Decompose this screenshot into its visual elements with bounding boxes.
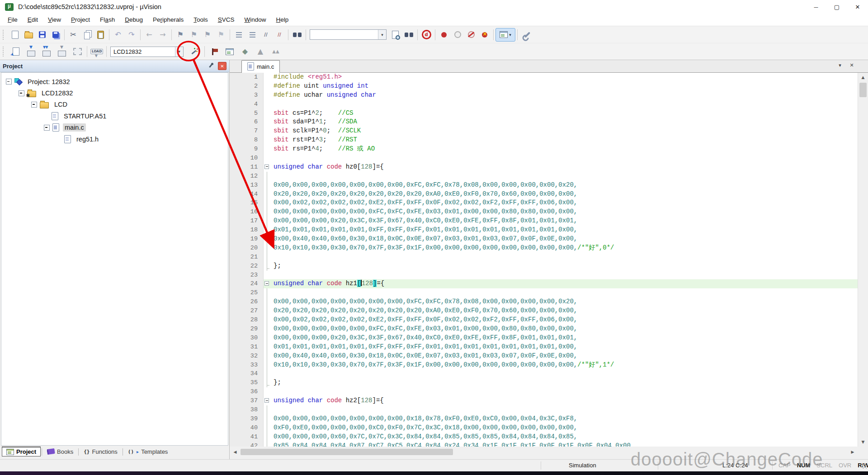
code-line[interactable]: 25 <box>230 288 858 297</box>
code-line[interactable]: 290x00,0x00,0x00,0x00,0x00,0xFC,0xFC,0xF… <box>230 325 858 334</box>
undo-button[interactable]: ↶ <box>111 28 125 42</box>
code-line[interactable]: 420x85,0x84,0x84,0x84,0x87,0xC7,0xC5,0xC… <box>230 442 858 447</box>
fold-margin[interactable] <box>264 325 271 334</box>
fold-margin[interactable] <box>264 315 271 325</box>
code-line[interactable]: 38 <box>230 405 858 414</box>
code-line[interactable]: 9sbit rs=P1^4; //RS 或 AO <box>230 145 858 154</box>
fold-margin[interactable] <box>264 207 271 216</box>
fold-margin[interactable] <box>264 369 271 378</box>
fold-margin[interactable] <box>264 288 271 297</box>
batch-build-button[interactable] <box>54 45 70 58</box>
debug-session-button[interactable]: d <box>420 28 433 42</box>
code-line[interactable]: 10 <box>230 154 858 163</box>
code-line[interactable]: 130x00,0x00,0x00,0x00,0x00,0x00,0x00,0xF… <box>230 181 858 190</box>
fold-margin[interactable] <box>264 253 271 262</box>
expander-minus-icon[interactable] <box>19 90 24 96</box>
fold-margin[interactable] <box>264 154 271 163</box>
fold-margin[interactable] <box>264 118 271 127</box>
fold-margin[interactable] <box>264 145 271 154</box>
fold-margin[interactable] <box>264 279 271 288</box>
code-line[interactable]: 22}; <box>230 262 858 271</box>
menu-item-file[interactable]: File <box>3 15 23 24</box>
double-arrow-up-button[interactable]: ▲▲ <box>268 45 283 58</box>
code-line[interactable]: 2#define uint unsigned int <box>230 82 858 91</box>
stop-build-button[interactable] <box>70 45 85 58</box>
code-line[interactable]: 180x01,0x01,0x01,0x01,0x01,0xFF,0xFF,0xF… <box>230 226 858 235</box>
fold-margin[interactable] <box>264 235 271 244</box>
fold-margin[interactable] <box>264 334 271 343</box>
fold-margin[interactable] <box>264 414 271 423</box>
code-line[interactable]: 410x00,0x00,0x00,0x60,0x7C,0x7C,0x3C,0x8… <box>230 433 858 442</box>
code-line[interactable]: 200x10,0x10,0x30,0x30,0x70,0x7F,0x3F,0x1… <box>230 244 858 253</box>
tree-item-lcd[interactable]: LCD <box>1 99 228 110</box>
menu-item-debug[interactable]: Debug <box>120 15 148 24</box>
fold-margin[interactable] <box>264 396 271 405</box>
code-line[interactable]: 400xF0,0xE0,0x00,0x00,0x00,0xC0,0xF0,0x7… <box>230 423 858 433</box>
code-line[interactable]: 260x00,0x00,0x00,0x00,0x00,0x00,0x00,0xF… <box>230 297 858 306</box>
cut-button[interactable]: ✂ <box>66 28 80 42</box>
options-for-target-button[interactable] <box>187 45 203 58</box>
nav-forward-button[interactable]: → <box>156 28 170 42</box>
horizontal-scroll-thumb[interactable] <box>241 449 453 455</box>
code-view[interactable]: 1#include <reg51.h>2#define uint unsigne… <box>230 73 858 447</box>
chevron-down-icon[interactable] <box>175 47 183 56</box>
menu-item-edit[interactable]: Edit <box>23 15 43 24</box>
fold-margin[interactable] <box>264 433 271 442</box>
menu-item-tools[interactable]: Tools <box>189 15 213 24</box>
vertical-scroll-thumb[interactable] <box>859 83 867 97</box>
fold-margin[interactable] <box>264 271 271 280</box>
breakpoint-enable-button[interactable] <box>451 28 464 42</box>
fold-margin[interactable] <box>264 297 271 306</box>
fold-margin[interactable] <box>264 216 271 226</box>
maximize-icon[interactable] <box>826 0 847 14</box>
menu-item-peripherals[interactable]: Peripherals <box>148 15 189 24</box>
find-combo[interactable] <box>310 29 387 40</box>
scroll-up-icon[interactable] <box>858 73 868 82</box>
code-line[interactable]: 6sbit sda=P1^1; //SDA <box>230 118 858 127</box>
fold-margin[interactable] <box>264 405 271 414</box>
outdent-button[interactable] <box>245 28 259 42</box>
find-button[interactable] <box>388 28 402 42</box>
code-line[interactable]: 8sbit rst=P1^3; //RST <box>230 136 858 145</box>
fold-margin[interactable] <box>264 127 271 136</box>
scroll-right-icon[interactable] <box>848 447 857 456</box>
code-line[interactable]: 24unsigned char code hz1[128]={ <box>230 279 858 288</box>
expander-minus-icon[interactable] <box>31 102 37 108</box>
breakpoint-disable-all-button[interactable] <box>464 28 478 42</box>
scroll-down-icon[interactable] <box>858 437 868 447</box>
code-line[interactable]: 140x20,0x20,0x20,0x20,0x20,0x20,0x20,0x2… <box>230 190 858 199</box>
fold-margin[interactable] <box>264 442 271 447</box>
fold-margin[interactable] <box>264 73 271 82</box>
toolbar-drag-handle[interactable] <box>3 47 6 56</box>
bookmark-clear-button[interactable]: ⚑ <box>214 28 228 42</box>
menu-item-svcs[interactable]: SVCS <box>213 15 240 24</box>
fold-margin[interactable] <box>264 172 271 181</box>
expander-minus-icon[interactable] <box>6 79 12 85</box>
code-line[interactable]: 390x00,0x00,0x00,0x00,0x00,0x00,0x00,0x1… <box>230 414 858 423</box>
save-all-button[interactable] <box>49 28 62 42</box>
fold-margin[interactable] <box>264 181 271 190</box>
horizontal-scrollbar[interactable] <box>230 447 858 456</box>
code-line[interactable]: 37unsigned char code hz2[128]={ <box>230 396 858 405</box>
code-line[interactable]: 11unsigned char code hz0[128]={ <box>230 163 858 172</box>
code-line[interactable]: 270x20,0x20,0x20,0x20,0x20,0x20,0x20,0x2… <box>230 306 858 315</box>
code-line[interactable]: 12 <box>230 172 858 181</box>
code-line[interactable]: 36 <box>230 387 858 396</box>
open-file-button[interactable] <box>22 28 35 42</box>
fold-margin[interactable] <box>264 262 271 271</box>
code-line[interactable]: 150x00,0x02,0x02,0x02,0x02,0xE2,0xFF,0xF… <box>230 198 858 207</box>
editor-tab-main-c[interactable]: main.c <box>241 60 280 73</box>
code-line[interactable]: 21 <box>230 253 858 262</box>
chevron-down-icon[interactable] <box>378 30 386 39</box>
tree-item-lcd12832[interactable]: LCD12832 <box>1 87 228 99</box>
code-line[interactable]: 7sbit sclk=P1^0; //SCLK <box>230 127 858 136</box>
build-button[interactable] <box>24 45 39 58</box>
fold-margin[interactable] <box>264 100 271 109</box>
target-select-combo[interactable]: LCD12832 <box>110 47 184 57</box>
tree-item-reg51-h[interactable]: reg51.h <box>1 133 228 145</box>
panel-tab-functions[interactable]: {}Functions <box>80 447 122 456</box>
bookmark-next-button[interactable]: ⚑ <box>201 28 214 42</box>
fold-margin[interactable] <box>264 163 271 172</box>
pin-icon[interactable] <box>207 62 214 70</box>
find-next-button[interactable] <box>402 28 415 42</box>
